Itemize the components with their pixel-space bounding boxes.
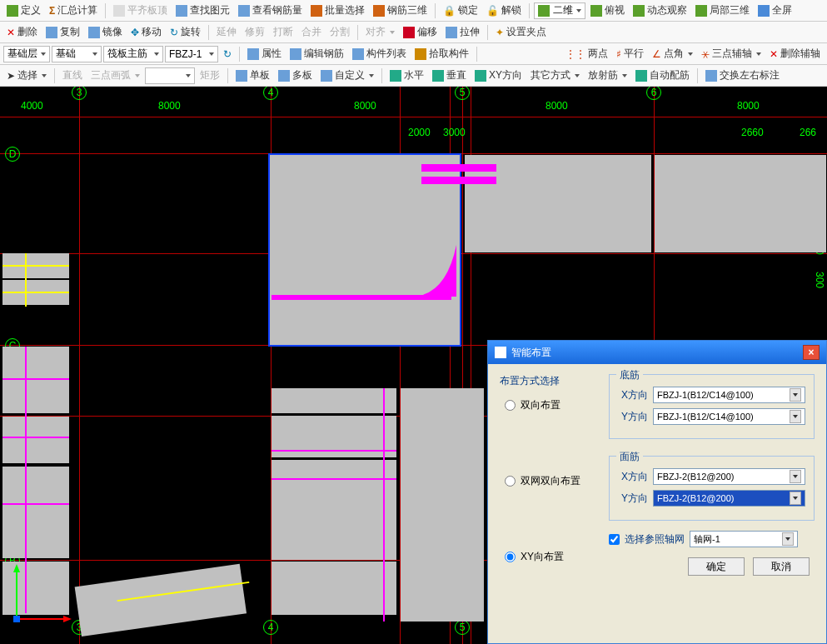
radio-xydir[interactable]: XY向布置: [505, 550, 595, 564]
complist-btn[interactable]: 构件列表: [349, 45, 410, 62]
rebar3d-btn[interactable]: 钢筋三维: [370, 2, 431, 19]
xydir-btn[interactable]: XY方向: [471, 67, 526, 84]
lock-btn[interactable]: 🔒锁定: [440, 2, 481, 19]
dim-8000: 8000: [354, 100, 376, 112]
mirror-btn[interactable]: 镜像: [85, 23, 126, 41]
move-btn[interactable]: ✥移动: [127, 23, 165, 41]
close-icon[interactable]: ×: [803, 345, 820, 360]
rebar-line: [2, 265, 69, 267]
multi-btn[interactable]: 多板: [275, 67, 316, 84]
unlock-btn[interactable]: 🔓解锁: [483, 2, 525, 19]
radio-dual[interactable]: 双向布置: [505, 398, 595, 412]
pick-icon: [415, 48, 426, 60]
smart-layout-dialog: 智能布置 × 布置方式选择 双向布置 双网双向布置 XY向布置 底筋: [487, 340, 827, 644]
align-btn[interactable]: 平齐板顶: [110, 2, 171, 19]
chevron-down-icon: [790, 388, 801, 402]
radio-dualnet[interactable]: 双网双向布置: [505, 474, 595, 488]
ucs-icon: [8, 561, 75, 627]
extend-btn[interactable]: 延伸: [213, 23, 240, 41]
single-btn[interactable]: 单板: [232, 67, 273, 84]
arc3pt-btn[interactable]: 三点画弧: [87, 67, 143, 84]
ok-button[interactable]: 确定: [688, 557, 745, 576]
rebarqty-btn[interactable]: 查看钢筋量: [235, 2, 306, 19]
chevron-down-icon: [790, 410, 801, 423]
slab: [2, 417, 69, 463]
foundation-dd[interactable]: 基础: [52, 46, 102, 62]
editrebar-btn[interactable]: 编辑钢筋: [286, 45, 347, 62]
refgrid-select[interactable]: 轴网-1: [690, 531, 798, 547]
trim-btn[interactable]: 修剪: [242, 23, 268, 41]
vert-icon: [432, 70, 444, 82]
top-y-select[interactable]: FBZJ-2(B12@200): [653, 490, 805, 507]
rebar-line: [272, 450, 396, 452]
delaux-btn[interactable]: ✕删除辅轴: [766, 45, 824, 62]
toolbar-3: 基础层 基础 筏板主筋 FBZJ-1 ↻ 属性 编辑钢筋 构件列表 拾取构件 ⋮…: [0, 43, 827, 65]
horiz-btn[interactable]: 水平: [386, 67, 427, 84]
refgrid-checkbox[interactable]: [609, 534, 620, 545]
ydir-label: Y方向: [618, 410, 648, 424]
radio-xydir-input[interactable]: [505, 552, 516, 562]
threeptaux-btn[interactable]: ⚹三点辅轴: [698, 45, 765, 62]
gridline-v: [79, 87, 80, 644]
sum-btn[interactable]: Σ汇总计算: [46, 2, 101, 19]
slab: [272, 388, 396, 413]
break-btn[interactable]: 打断: [270, 23, 296, 41]
custom-btn[interactable]: 自定义: [317, 67, 377, 84]
rebar: [421, 177, 496, 184]
parallel-btn[interactable]: ♯平行: [613, 45, 647, 62]
vert-btn[interactable]: 垂直: [429, 67, 470, 84]
twopt-btn[interactable]: ⋮⋮两点: [562, 45, 611, 62]
slab: [401, 388, 484, 622]
svg-marker-3: [63, 616, 72, 622]
bottom-x-select[interactable]: FBZJ-1(B12/C14@100): [653, 387, 805, 403]
axis-5: 5: [455, 87, 470, 100]
dynview-btn[interactable]: 动态观察: [630, 2, 690, 19]
props-btn[interactable]: 属性: [244, 45, 285, 62]
2d-dd[interactable]: 二维: [534, 2, 585, 19]
xdir-label: X方向: [618, 470, 648, 484]
select-btn[interactable]: ➤选择: [3, 67, 50, 84]
sep: [529, 3, 530, 18]
refresh-btn[interactable]: ↻: [220, 47, 235, 62]
pickcomp-btn[interactable]: 拾取构件: [411, 45, 472, 62]
define-btn[interactable]: 定义: [3, 2, 44, 19]
gridline-h: [0, 117, 827, 117]
rebar-line: [25, 253, 27, 307]
line-btn[interactable]: 直线: [59, 67, 86, 84]
ortho-btn[interactable]: 俯视: [587, 2, 628, 19]
dialog-body: 布置方式选择 双向布置 双网双向布置 XY向布置 底筋 X方向: [488, 364, 826, 586]
slab: [655, 155, 826, 252]
setgrips-btn[interactable]: ✦设置夹点: [492, 23, 550, 41]
bottom-y-select[interactable]: FBZJ-1(B12/C14@100): [653, 408, 805, 425]
dialog-title-bar[interactable]: 智能布置 ×: [488, 341, 826, 364]
copy-btn[interactable]: 复制: [42, 23, 83, 41]
offset-btn[interactable]: 偏移: [400, 23, 441, 41]
merge-btn[interactable]: 合并: [298, 23, 325, 41]
cancel-button[interactable]: 取消: [753, 557, 810, 576]
autobar-btn[interactable]: 自动配筋: [632, 67, 693, 84]
mainbar-dd[interactable]: 筏板主筋: [103, 46, 163, 62]
radio-dualnet-input[interactable]: [505, 476, 516, 487]
rotate-btn[interactable]: ↻旋转: [167, 23, 204, 41]
radial-btn[interactable]: 放射筋: [585, 67, 630, 84]
split-btn[interactable]: 分割: [326, 23, 353, 41]
stretch-btn[interactable]: 拉伸: [442, 23, 483, 41]
layer-dd[interactable]: 基础层: [3, 46, 50, 62]
empty-dd[interactable]: [145, 67, 195, 84]
fbzj-dd[interactable]: FBZJ-1: [165, 46, 218, 62]
radio-dual-input[interactable]: [505, 400, 516, 411]
angle-icon: ∠: [652, 48, 661, 60]
other-btn[interactable]: 其它方式: [527, 67, 583, 84]
batchsel-btn[interactable]: 批量选择: [307, 2, 368, 19]
align2-btn[interactable]: 对齐: [362, 23, 398, 41]
local3d-btn[interactable]: 局部三维: [692, 2, 753, 19]
fullscreen-btn[interactable]: 全屏: [755, 2, 795, 19]
sep: [239, 47, 240, 62]
ptangle-btn[interactable]: ∠点角: [649, 45, 696, 62]
slab: [272, 460, 396, 560]
delete-btn[interactable]: ✕删除: [3, 23, 41, 41]
rect-btn[interactable]: 矩形: [197, 67, 223, 84]
viewbar-btn[interactable]: 查找图元: [172, 2, 233, 19]
top-x-select[interactable]: FBZJ-2(B12@200): [653, 468, 805, 485]
swap-btn[interactable]: 交换左右标注: [702, 67, 783, 84]
